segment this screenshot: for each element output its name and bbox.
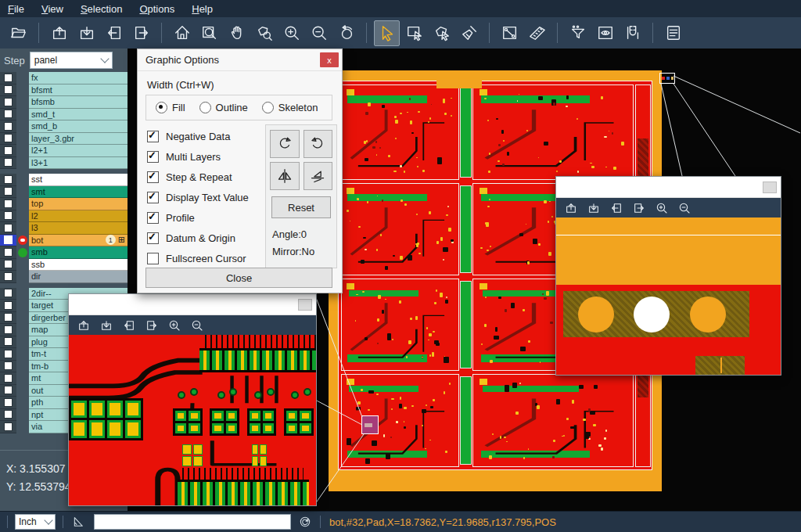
panel-right-icon[interactable] — [632, 201, 646, 215]
layer-checkbox[interactable] — [0, 120, 16, 133]
properties-tool-button[interactable] — [660, 20, 686, 46]
menu-selection[interactable]: Selection — [81, 3, 122, 15]
panel-down-tool-button[interactable] — [74, 20, 99, 46]
layer-checkbox[interactable] — [0, 336, 16, 349]
layer-checkbox[interactable] — [0, 361, 16, 373]
layer-checkbox[interactable] — [0, 72, 16, 84]
measure-tool-button[interactable] — [497, 20, 523, 46]
layer-row-fx[interactable]: fx — [0, 72, 128, 84]
select-tool-button[interactable] — [374, 20, 400, 46]
command-input[interactable] — [94, 514, 291, 530]
panel-down-icon[interactable] — [99, 318, 113, 332]
layer-checkbox[interactable] — [0, 96, 16, 109]
option-checkbox-negative-data[interactable]: Negative Data — [147, 126, 249, 146]
layer-checkbox[interactable] — [0, 157, 16, 170]
dialog-titlebar[interactable]: Graphic Options x — [138, 49, 342, 71]
width-radio-fill[interactable]: Fill — [156, 102, 185, 113]
layer-checkbox[interactable] — [0, 222, 16, 235]
select-window-tool-button[interactable] — [401, 20, 427, 46]
width-radio-outline[interactable]: Outline — [199, 102, 248, 113]
close-button[interactable]: Close — [145, 268, 332, 288]
layer-checkbox[interactable] — [0, 271, 16, 283]
layer-checkbox[interactable] — [0, 259, 16, 271]
layer-checkbox[interactable] — [0, 421, 16, 433]
mirror-horizontal-button[interactable] — [270, 162, 300, 190]
layer-checkbox[interactable] — [0, 288, 16, 300]
option-checkbox-datum-origin[interactable]: Datum & Origin — [147, 228, 249, 248]
snap-tool-button[interactable] — [620, 20, 645, 46]
clean-tool-button[interactable] — [456, 20, 482, 46]
layer-checkbox[interactable] — [0, 312, 16, 325]
layer-row-l3[interactable]: l3 — [0, 222, 128, 235]
layer-row-layer_3.gbr[interactable]: layer_3.gbr — [0, 133, 128, 146]
panel-left-icon[interactable] — [609, 201, 623, 215]
menu-view[interactable]: View — [41, 3, 63, 15]
zoom-window-tool-button[interactable] — [196, 20, 222, 46]
layer-row-top[interactable]: top — [0, 198, 128, 210]
window-button[interactable] — [763, 182, 777, 193]
zoom-polygon-tool-button[interactable] — [251, 20, 277, 46]
option-checkbox-profile[interactable]: Profile — [147, 207, 249, 228]
layer-row-bot[interactable]: bot1⊞ — [0, 235, 128, 247]
layer-row-dir[interactable]: dir — [0, 271, 128, 283]
panel-up-icon[interactable] — [564, 201, 578, 215]
layer-checkbox[interactable] — [0, 372, 16, 385]
window-button[interactable] — [298, 299, 312, 311]
view-options-tool-button[interactable] — [592, 20, 618, 46]
rotate-cw-button[interactable] — [270, 130, 300, 158]
zoom-in-icon[interactable] — [167, 318, 181, 332]
layer-checkbox[interactable] — [0, 409, 16, 422]
zoom-in-icon[interactable] — [655, 201, 669, 215]
menu-options[interactable]: Options — [139, 3, 174, 15]
layer-checkbox[interactable] — [0, 84, 16, 97]
zoom-out-tool-button[interactable] — [306, 20, 332, 46]
zoom-previous-tool-button[interactable] — [333, 20, 359, 46]
width-radio-skeleton[interactable]: Skeleton — [262, 102, 318, 113]
layer-row-smd_b[interactable]: smd_b — [0, 120, 128, 133]
menu-file[interactable]: File — [8, 3, 24, 15]
zoom-out-icon[interactable] — [190, 318, 204, 332]
panel-down-icon[interactable] — [587, 201, 601, 215]
option-checkbox-step-repeat[interactable]: Step & Repeat — [147, 167, 249, 187]
pad-zoom-titlebar[interactable] — [556, 177, 781, 198]
home-tool-button[interactable] — [169, 20, 195, 46]
pan-tool-button[interactable] — [224, 20, 250, 46]
ruler-tool-button[interactable] — [524, 20, 550, 46]
panel-right-tool-button[interactable] — [128, 20, 154, 46]
layer-row-bfsmb[interactable]: bfsmb — [0, 96, 128, 109]
step-select[interactable]: panel — [30, 52, 113, 69]
detail-zoom-titlebar[interactable] — [69, 294, 316, 315]
layer-checkbox[interactable] — [0, 133, 16, 146]
layer-checkbox[interactable] — [0, 186, 16, 199]
detail-zoom-view[interactable] — [69, 335, 316, 505]
reset-button[interactable]: Reset — [271, 196, 331, 218]
menu-help[interactable]: Help — [192, 3, 213, 15]
option-checkbox-multi-layers[interactable]: Multi Layers — [147, 146, 249, 167]
open-tool-button[interactable] — [5, 20, 31, 46]
layer-row-sst[interactable]: sst — [0, 174, 128, 186]
layer-checkbox[interactable] — [0, 210, 16, 223]
layer-checkbox[interactable] — [0, 385, 16, 397]
select-polygon-tool-button[interactable] — [429, 20, 454, 46]
rotate-ccw-button[interactable] — [304, 130, 333, 158]
layer-checkbox[interactable] — [0, 300, 16, 312]
mirror-vertical-button[interactable] — [304, 162, 333, 190]
panel-up-icon[interactable] — [77, 318, 91, 332]
layer-checkbox[interactable] — [0, 324, 16, 336]
layer-row-smd_t[interactable]: smd_t — [0, 109, 128, 121]
option-checkbox-display-text-value[interactable]: Display Text Value — [147, 187, 249, 207]
panel-left-icon[interactable] — [122, 318, 136, 332]
layer-checkbox[interactable] — [0, 235, 16, 247]
layer-row-l2[interactable]: l2 — [0, 210, 128, 223]
layer-checkbox[interactable] — [0, 397, 16, 409]
option-checkbox-fullscreen-cursor[interactable]: Fullscreen Cursor — [147, 248, 249, 268]
layer-checkbox[interactable] — [0, 145, 16, 157]
layer-checkbox[interactable] — [0, 198, 16, 210]
layer-row-bfsmt[interactable]: bfsmt — [0, 84, 128, 97]
angle-mode-icon[interactable] — [70, 514, 86, 530]
layer-checkbox[interactable] — [0, 246, 16, 259]
filter-tool-button[interactable] — [565, 20, 591, 46]
layer-row-smt[interactable]: smt — [0, 186, 128, 199]
panel-right-icon[interactable] — [145, 318, 159, 332]
unit-select[interactable]: Inch — [15, 514, 56, 530]
